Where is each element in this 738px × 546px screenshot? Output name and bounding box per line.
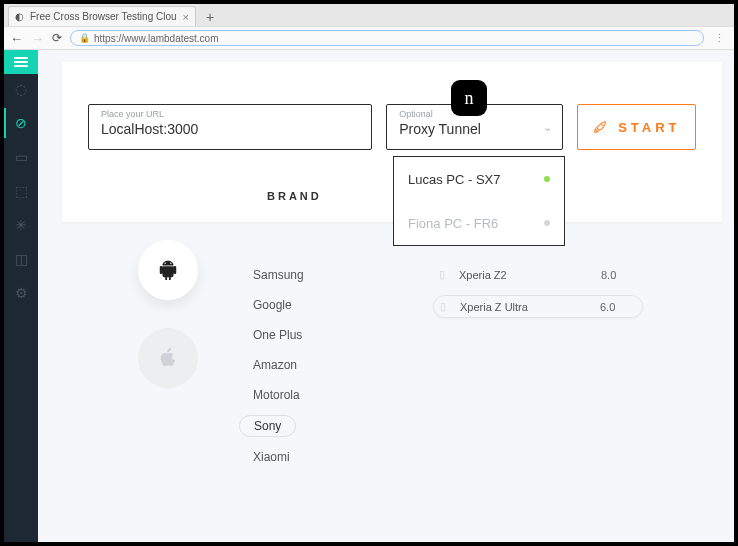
browser-tabstrip: ◐ Free Cross Browser Testing Clou × + — [4, 4, 734, 26]
address-url: https://www.lambdatest.com — [94, 33, 219, 44]
hamburger-icon — [14, 57, 28, 67]
rocket-icon — [592, 119, 608, 135]
device-item[interactable]: ▯ Xperia Z2 8.0 — [433, 264, 643, 285]
brand-item[interactable]: Google — [253, 295, 304, 315]
start-label: START — [618, 120, 680, 135]
tab-title: Free Cross Browser Testing Clou — [30, 11, 177, 22]
n-badge: n — [451, 80, 487, 116]
phone-icon: ▯ — [440, 300, 450, 313]
brand-item-selected[interactable]: Sony — [239, 415, 296, 437]
brand-header: BRAND — [267, 190, 322, 202]
hamburger-button[interactable] — [4, 50, 38, 74]
device-name: Xperia Z Ultra — [460, 301, 590, 313]
config-panel: Place your URL LocalHost:3000 Optional P… — [62, 62, 722, 222]
proxy-option-lucas[interactable]: Lucas PC - SX7 — [394, 157, 564, 201]
os-chip-android[interactable] — [138, 240, 198, 300]
menu-icon[interactable]: ⋮ — [712, 32, 728, 45]
proxy-value: Proxy Tunnel — [399, 121, 552, 137]
url-value: LocalHost:3000 — [101, 121, 359, 137]
address-bar[interactable]: 🔒 https://www.lambdatest.com — [70, 30, 704, 46]
url-label: Place your URL — [101, 109, 359, 119]
reload-icon[interactable]: ⟳ — [52, 31, 62, 45]
phone-icon: ▯ — [439, 268, 449, 281]
brand-item[interactable]: Motorola — [253, 385, 304, 405]
back-icon[interactable]: ← — [10, 31, 23, 46]
proxy-option-fiona[interactable]: Fiona PC - FR6 — [394, 201, 564, 245]
brand-item[interactable]: One Plus — [253, 325, 304, 345]
start-button[interactable]: START — [577, 104, 696, 150]
sidebar-item-dashboard[interactable]: ◌ — [4, 74, 38, 104]
chevron-down-icon: ⌄ — [543, 121, 552, 134]
proxy-option-label: Fiona PC - FR6 — [408, 216, 498, 231]
sidebar: ◌ ⊘ ▭ ⬚ ✳ ◫ ⚙ — [4, 50, 38, 542]
sidebar-item-settings[interactable]: ⚙ — [4, 278, 38, 308]
proxy-option-label: Lucas PC - SX7 — [408, 172, 501, 187]
android-icon — [157, 257, 179, 283]
svg-point-0 — [601, 124, 603, 126]
browser-tab[interactable]: ◐ Free Cross Browser Testing Clou × — [8, 6, 196, 26]
svg-point-1 — [165, 262, 166, 263]
svg-point-2 — [170, 262, 171, 263]
device-os-version: 8.0 — [601, 269, 631, 281]
sidebar-item-bug[interactable]: ✳ — [4, 210, 38, 240]
sidebar-item-integrations[interactable]: ◫ — [4, 244, 38, 274]
proxy-dropdown: Lucas PC - SX7 Fiona PC - FR6 — [393, 156, 565, 246]
close-icon[interactable]: × — [183, 11, 189, 23]
forward-icon: → — [31, 31, 44, 46]
main-content: Place your URL LocalHost:3000 Optional P… — [38, 50, 734, 542]
brand-item[interactable]: Xiaomi — [253, 447, 304, 467]
status-dot-online-icon — [544, 176, 550, 182]
sidebar-item-screenshot[interactable]: ▭ — [4, 142, 38, 172]
brand-item[interactable]: Samsung — [253, 265, 304, 285]
brand-item[interactable]: Amazon — [253, 355, 304, 375]
browser-toolbar: ← → ⟳ 🔒 https://www.lambdatest.com ⋮ — [4, 26, 734, 50]
new-tab-button[interactable]: + — [200, 8, 220, 26]
url-input[interactable]: Place your URL LocalHost:3000 — [88, 104, 372, 150]
device-os-version: 6.0 — [600, 301, 630, 313]
brand-list: Samsung Google One Plus Amazon Motorola … — [253, 265, 304, 467]
device-item-selected[interactable]: ▯ Xperia Z Ultra 6.0 — [433, 295, 643, 318]
sidebar-item-responsive[interactable]: ⬚ — [4, 176, 38, 206]
device-name: Xperia Z2 — [459, 269, 591, 281]
apple-icon — [157, 345, 179, 371]
status-dot-offline-icon — [544, 220, 550, 226]
sidebar-item-realtime[interactable]: ⊘ — [4, 108, 38, 138]
os-chip-apple[interactable] — [138, 328, 198, 388]
device-list: ▯ Xperia Z2 8.0 ▯ Xperia Z Ultra 6.0 — [433, 264, 643, 318]
tab-favicon: ◐ — [15, 11, 24, 22]
lock-icon: 🔒 — [79, 33, 90, 43]
